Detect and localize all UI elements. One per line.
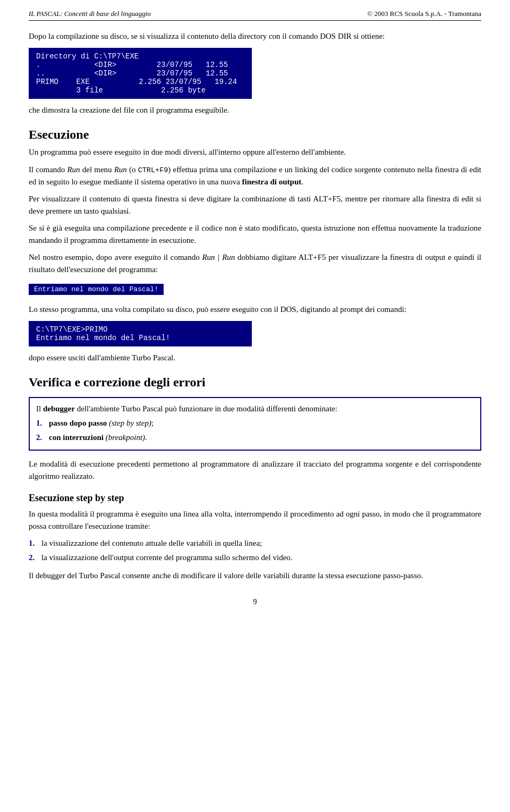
step-item1-num: 1. bbox=[29, 537, 38, 549]
esecuzione-p5: Nel nostro esempio, dopo avere eseguito … bbox=[29, 251, 481, 275]
page-number: 9 bbox=[29, 598, 481, 606]
dos-box-2: C:\TP7\EXE>PRIMO Entriamo nel mondo del … bbox=[29, 321, 252, 346]
dos-line-3: .. <DIR> 23/07/95 12.55 bbox=[36, 69, 244, 78]
boxed-item1-italic: (step by step) bbox=[109, 419, 151, 427]
esecuzione-p2-ctrl: CTRL+F9 bbox=[138, 166, 168, 174]
esecuzione-p1-text: Un programma può essere eseguito in due … bbox=[29, 148, 346, 156]
boxed-item2-bold: con interruzioni bbox=[49, 433, 104, 442]
boxed-line1-pre: Il bbox=[36, 404, 43, 413]
header-left: IL PASCAL: Concetti di base del linguagg… bbox=[29, 10, 151, 18]
esecuzione-p2-run1: Run bbox=[67, 165, 80, 174]
esecuzione-p1: Un programma può essere eseguito in due … bbox=[29, 146, 481, 158]
step-heading: Esecuzione step by step bbox=[29, 493, 481, 504]
esecuzione-p2-bold: finestra di output bbox=[242, 177, 302, 186]
small-code-1-text: Entriamo nel mondo del Pascal! bbox=[29, 284, 164, 295]
step-p1: In questa modalità il programma è esegui… bbox=[29, 508, 481, 532]
page: IL PASCAL: Concetti di base del linguagg… bbox=[0, 0, 510, 628]
boxed-item2-num: 2. bbox=[36, 432, 46, 444]
dos-line-2: . <DIR> 23/07/95 12.55 bbox=[36, 61, 244, 69]
intro-paragraph: Dopo la compilazione su disco, se si vis… bbox=[29, 30, 481, 43]
boxed-item1-num: 1. bbox=[36, 417, 46, 429]
step-item-1: 1. la visualizzazione del contenuto attu… bbox=[29, 537, 481, 549]
esecuzione-p3-text: Per visualizzare il contenuto di questa … bbox=[29, 194, 481, 215]
boxed-line1-rest: dell'ambiente Turbo Pascal può funzionar… bbox=[75, 404, 337, 413]
dos-line-5: 3 file 2.256 byte bbox=[36, 86, 244, 95]
step-item1-text: la visualizzazione del contenuto attuale… bbox=[41, 537, 262, 549]
esecuzione-p2-end: . bbox=[301, 177, 303, 186]
boxed-section: Il debugger dell'ambiente Turbo Pascal p… bbox=[29, 397, 481, 451]
esecuzione-p4: Se si è già eseguita una compilazione pr… bbox=[29, 222, 481, 246]
esecuzione-p3: Per visualizzare il contenuto di questa … bbox=[29, 193, 481, 217]
dos-line-4: PRIMO EXE 2.256 23/07/95 19.24 bbox=[36, 78, 244, 86]
header-right: © 2003 RCS Scuola S.p.A. - Tramontana bbox=[367, 10, 481, 18]
step-item2-num: 2. bbox=[29, 552, 38, 564]
boxed-item2-rest: . bbox=[145, 433, 147, 442]
step-p2: Il debugger del Turbo Pascal consente an… bbox=[29, 570, 481, 582]
step-items-list: 1. la visualizzazione del contenuto attu… bbox=[29, 537, 481, 563]
esecuzione-p2-pre: Il comando bbox=[29, 165, 67, 174]
esecuzione-p6: Lo stesso programma, una volta compilato… bbox=[29, 303, 481, 316]
step-item2-text: la visualizzazione dell'output corrente … bbox=[41, 552, 293, 564]
esecuzione-p2: Il comando Run del menu Run (o CTRL+F9) … bbox=[29, 164, 481, 188]
boxed-item2-italic: (breakpoint) bbox=[106, 433, 145, 442]
boxed-item1-content: passo dopo passo (step by step); bbox=[49, 417, 154, 429]
dos-line-1: Directory di C:\TP7\EXE bbox=[36, 52, 244, 61]
dos-box2-line-1: C:\TP7\EXE>PRIMO bbox=[36, 325, 244, 334]
boxed-line1: Il debugger dell'ambiente Turbo Pascal p… bbox=[36, 402, 474, 415]
boxed-item2: 2. con interruzioni (breakpoint). bbox=[36, 432, 474, 444]
esecuzione-p5-pre: Nel nostro esempio, dopo avere eseguito … bbox=[29, 253, 202, 261]
verifica-heading: Verifica e correzione degli errori bbox=[29, 375, 481, 390]
esecuzione-heading: Esecuzione bbox=[29, 128, 481, 142]
dos-box2-line-2: Entriamo nel mondo del Pascal! bbox=[36, 334, 244, 342]
esecuzione-p2-run2: Run bbox=[114, 165, 127, 174]
boxed-item1: 1. passo dopo passo (step by step); bbox=[36, 417, 474, 429]
dos-box-1: Directory di C:\TP7\EXE . <DIR> 23/07/95… bbox=[29, 48, 252, 99]
page-header: IL PASCAL: Concetti di base del linguagg… bbox=[29, 10, 481, 21]
boxed-item2-content: con interruzioni (breakpoint). bbox=[49, 432, 147, 444]
esecuzione-p2-mid1: del menu bbox=[80, 165, 114, 174]
esecuzione-p5-run: Run | Run bbox=[202, 253, 235, 261]
boxed-item1-bold: passo dopo passo bbox=[49, 419, 107, 427]
after-dosbox2-text: dopo essere usciti dall'ambiente Turbo P… bbox=[29, 352, 481, 364]
after-dosbox-text: che dimostra la creazione del file con i… bbox=[29, 104, 481, 116]
boxed-item1-rest: ; bbox=[151, 419, 154, 427]
step-item-2: 2. la visualizzazione dell'output corren… bbox=[29, 552, 481, 564]
esecuzione-p4-text: Se si è già eseguita una compilazione pr… bbox=[29, 224, 481, 244]
small-code-1: Entriamo nel mondo del Pascal! bbox=[29, 281, 481, 298]
boxed-debugger: debugger bbox=[43, 404, 75, 413]
verifica-p1: Le modalità di esecuzione precedenti per… bbox=[29, 458, 481, 482]
esecuzione-p2-mid2: (o bbox=[127, 165, 138, 174]
